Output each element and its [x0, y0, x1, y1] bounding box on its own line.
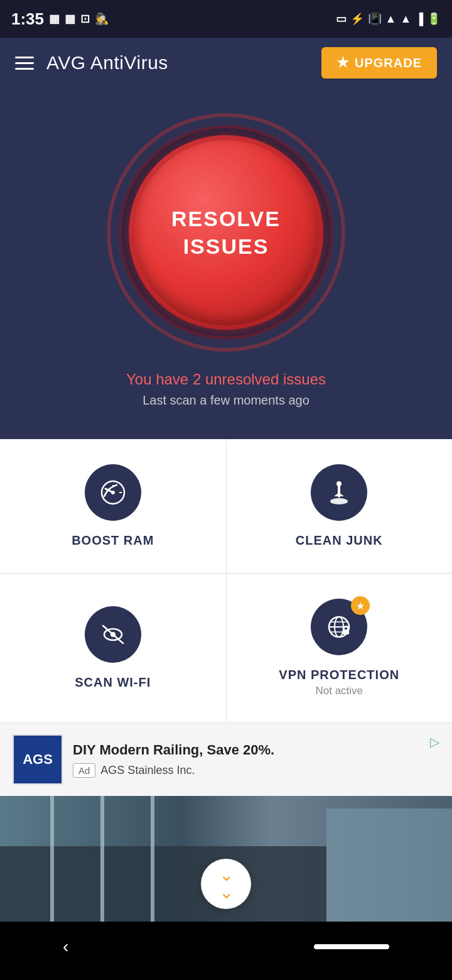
svg-point-4 — [330, 498, 348, 504]
last-scan-text: Last scan a few moments ago — [126, 393, 326, 408]
ad-title: DIY Modern Railing, Save 20%. — [73, 742, 439, 758]
boost-ram-icon-container — [85, 464, 141, 521]
features-grid: BOOST RAM CLEAN JUNK — [0, 439, 452, 723]
notification-icon-2: ▦ — [65, 12, 75, 26]
ad-label-row: Ad AGS Stainless Inc. — [73, 763, 439, 778]
bluetooth-icon: ⚡ — [350, 12, 364, 26]
home-pill[interactable] — [314, 944, 389, 949]
notification-icon-1: ▦ — [49, 12, 60, 26]
issue-count-text: You have 2 unresolved issues — [126, 371, 326, 388]
back-button[interactable]: ‹ — [63, 937, 68, 957]
screenshot-icon: ⊡ — [80, 12, 90, 26]
svg-rect-15 — [343, 629, 349, 634]
scan-wifi-icon-container — [85, 606, 141, 663]
ad-company: AGS Stainless Inc. — [100, 764, 195, 777]
scan-button-container: RESOLVE ISSUES — [107, 113, 345, 352]
svg-point-1 — [111, 491, 115, 494]
upgrade-button[interactable]: ★ UPGRADE — [321, 47, 437, 79]
ad-section[interactable]: ▷ AGS DIY Modern Railing, Save 20%. Ad A… — [0, 723, 452, 796]
hamburger-line-2 — [15, 62, 34, 64]
signal-icon: ▲ — [385, 13, 397, 26]
vpn-protection-cell[interactable]: ★ VPN PROTECTION Not active — [227, 574, 453, 722]
header: AVG AntiVirus ★ UPGRADE — [0, 38, 452, 88]
status-time: 1:35 — [11, 9, 44, 29]
ad-badge: Ad — [73, 763, 95, 778]
ad-logo: AGS — [13, 734, 63, 785]
boost-ram-label: BOOST RAM — [72, 533, 154, 548]
status-bar-right: ▭ ⚡ 📳 ▲ ▲ ▐ 🔋 — [336, 12, 441, 26]
chevron-down-icon-1: ⌄ — [219, 866, 234, 884]
resolve-issues-button[interactable]: RESOLVE ISSUES — [134, 140, 319, 325]
svg-point-6 — [336, 481, 342, 486]
hamburger-line-1 — [15, 57, 34, 58]
hero-section: RESOLVE ISSUES You have 2 unresolved iss… — [0, 88, 452, 439]
vibrate-icon: 📳 — [368, 12, 382, 26]
cast-icon: ▭ — [336, 12, 347, 26]
scan-wifi-cell[interactable]: SCAN WI-FI — [0, 574, 227, 722]
spy-icon: 🕵 — [95, 12, 109, 26]
vpn-status: Not active — [315, 685, 363, 697]
ad-content: DIY Modern Railing, Save 20%. Ad AGS Sta… — [73, 742, 439, 778]
speedometer-icon — [99, 479, 127, 506]
clean-junk-icon-container — [311, 464, 367, 521]
boost-ram-cell[interactable]: BOOST RAM — [0, 439, 227, 573]
vpn-label: VPN PROTECTION — [279, 668, 399, 682]
ad-image-preview: ⌄ ⌄ — [0, 796, 452, 922]
scan-wifi-label: SCAN WI-FI — [75, 675, 151, 690]
vpn-icon — [325, 613, 353, 641]
scroll-down-button[interactable]: ⌄ ⌄ — [201, 859, 251, 909]
ad-triangle-icon: ▷ — [430, 734, 439, 749]
bottom-navigation: ‹ — [0, 922, 452, 972]
header-left: AVG AntiVirus — [15, 52, 168, 74]
wifi-scan-icon — [98, 621, 128, 648]
battery-icon: 🔋 — [427, 12, 441, 26]
scroll-chevrons: ⌄ ⌄ — [219, 866, 234, 901]
hamburger-line-3 — [15, 68, 34, 70]
broom-icon — [325, 479, 353, 506]
resolve-line2: ISSUES — [183, 234, 269, 258]
app-title: AVG AntiVirus — [46, 52, 168, 74]
menu-button[interactable] — [15, 57, 34, 70]
resolve-line1: RESOLVE — [171, 207, 281, 231]
premium-badge: ★ — [351, 596, 370, 615]
status-bar: 1:35 ▦ ▦ ⊡ 🕵 ▭ ⚡ 📳 ▲ ▲ ▐ 🔋 — [0, 0, 452, 38]
grid-row-1: BOOST RAM CLEAN JUNK — [0, 439, 452, 574]
clean-junk-label: CLEAN JUNK — [296, 533, 383, 548]
chevron-down-icon-2: ⌄ — [219, 884, 234, 901]
hero-status: You have 2 unresolved issues Last scan a… — [126, 371, 326, 408]
cellular-icon: ▐ — [415, 13, 423, 26]
status-bar-left: 1:35 ▦ ▦ ⊡ 🕵 — [11, 9, 109, 29]
clean-junk-cell[interactable]: CLEAN JUNK — [227, 439, 453, 573]
upgrade-label: UPGRADE — [355, 56, 422, 70]
wifi-status-icon: ▲ — [400, 13, 411, 26]
vpn-icon-container: ★ — [311, 599, 367, 655]
resolve-issues-text: RESOLVE ISSUES — [171, 205, 281, 260]
grid-row-2: SCAN WI-FI ★ VPN PROTECTION Not active — [0, 574, 452, 723]
star-icon: ★ — [336, 55, 350, 71]
ad-logo-text: AGS — [23, 751, 53, 768]
